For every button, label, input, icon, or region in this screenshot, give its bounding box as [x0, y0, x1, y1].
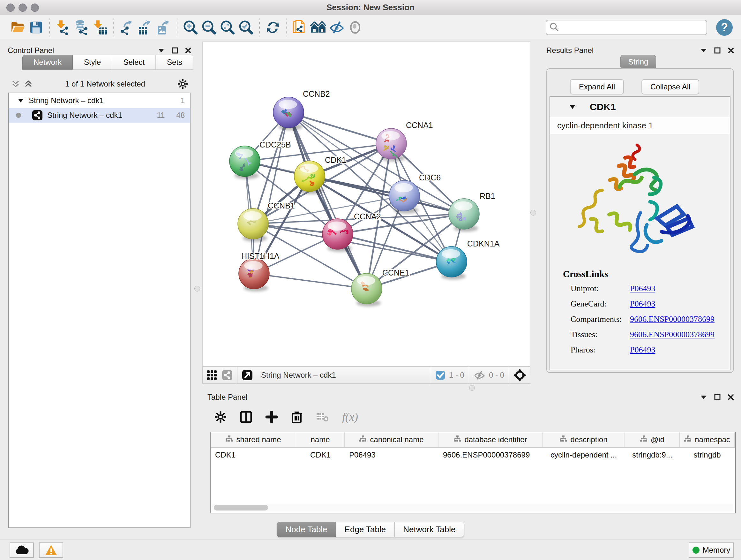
- expand-all-icon[interactable]: [24, 80, 32, 88]
- network-edge[interactable]: [288, 112, 391, 144]
- scrollbar-thumb[interactable]: [214, 505, 268, 510]
- left-splitter-handle[interactable]: [194, 286, 200, 292]
- table-cell[interactable]: cyclin-dependent ...: [542, 448, 625, 462]
- zoom-in-button[interactable]: [181, 18, 200, 37]
- export-network-button[interactable]: [118, 18, 136, 37]
- tab-network-table[interactable]: Network Table: [394, 522, 464, 537]
- cloud-button[interactable]: [10, 543, 34, 558]
- zoom-out-icon: [201, 20, 217, 35]
- panel-close-icon[interactable]: [728, 47, 734, 54]
- node-label-CCNA2: CCNA2: [354, 212, 381, 221]
- gene-card-header[interactable]: CDK1: [550, 97, 730, 117]
- tab-node-table[interactable]: Node Table: [277, 522, 336, 537]
- column-header-@id[interactable]: @id: [625, 432, 680, 447]
- refresh-view-button[interactable]: [264, 18, 282, 37]
- fit-selected-icon[interactable]: [514, 369, 526, 381]
- panel-menu-icon[interactable]: [158, 48, 165, 53]
- table-cell[interactable]: CDK1: [211, 448, 296, 462]
- crosslink-link[interactable]: P06493: [630, 299, 655, 309]
- table-cell[interactable]: CDK1: [296, 448, 345, 462]
- tree-expander-icon[interactable]: [18, 99, 23, 103]
- collection-count: 1: [181, 96, 185, 105]
- column-header-database-identifier[interactable]: database identifier: [439, 432, 542, 447]
- network-edge[interactable]: [254, 112, 288, 273]
- zoom-out-button[interactable]: [200, 18, 218, 37]
- warnings-button[interactable]: [39, 543, 63, 558]
- table-row[interactable]: CDK1CDK1P064939606.ENSP00000378699cyclin…: [211, 448, 735, 462]
- crosslink-link[interactable]: 9606.ENSP00000378699: [630, 330, 715, 339]
- column-header-canonical-name[interactable]: canonical name: [345, 432, 439, 447]
- network-edge[interactable]: [254, 273, 367, 289]
- network-edge[interactable]: [288, 112, 367, 289]
- save-session-button[interactable]: [27, 18, 45, 37]
- help-button[interactable]: ?: [716, 19, 733, 36]
- table-cell[interactable]: 9606.ENSP00000378699: [439, 448, 542, 462]
- panel-menu-icon[interactable]: [700, 395, 707, 399]
- tab-select[interactable]: Select: [112, 55, 156, 70]
- column-header-namespac[interactable]: namespac: [680, 432, 735, 447]
- export-table-button[interactable]: [136, 18, 154, 37]
- export-image-button[interactable]: [154, 18, 173, 37]
- open-file-button[interactable]: [8, 18, 27, 37]
- collapse-all-button[interactable]: Collapse All: [642, 79, 699, 95]
- table-cell[interactable]: stringdb: [680, 448, 735, 462]
- grid-view-icon[interactable]: [206, 370, 217, 381]
- import-table-button[interactable]: [91, 18, 109, 37]
- tab-style[interactable]: Style: [73, 55, 112, 70]
- crosslink-link[interactable]: P06493: [630, 345, 655, 355]
- show-all-button[interactable]: [346, 18, 364, 37]
- column-label: namespac: [695, 435, 730, 444]
- crosslink-label: Tissues:: [570, 330, 630, 339]
- tab-sets[interactable]: Sets: [156, 55, 193, 70]
- detach-view-icon[interactable]: [242, 370, 253, 381]
- panel-float-icon[interactable]: [714, 47, 721, 54]
- panel-float-icon[interactable]: [714, 394, 721, 400]
- network-label: String Network – cdk1: [47, 111, 122, 120]
- function-builder-icon: f(x): [342, 410, 358, 424]
- hide-selected-button[interactable]: [327, 18, 346, 37]
- zoom-fit-button[interactable]: [218, 18, 237, 37]
- right-splitter-handle[interactable]: [530, 210, 536, 215]
- column-header-shared-name[interactable]: shared name: [211, 432, 296, 447]
- select-columns-icon[interactable]: [240, 411, 252, 423]
- table-cell[interactable]: stringdb:9...: [625, 448, 680, 462]
- table-settings-gear-icon[interactable]: [214, 411, 226, 423]
- gear-icon[interactable]: [178, 79, 188, 89]
- tab-string[interactable]: String: [620, 55, 656, 69]
- column-header-name[interactable]: name: [296, 432, 345, 447]
- network-collection-row[interactable]: String Network – cdk1 1: [9, 93, 190, 108]
- first-neighbors-button[interactable]: [290, 18, 309, 37]
- tab-network[interactable]: Network: [22, 55, 73, 70]
- network-edge[interactable]: [310, 176, 464, 214]
- network-canvas[interactable]: CCNB2CCNA1CDC25BCDK1CDC6RB1CCNB1CCNA2CDK…: [202, 42, 530, 367]
- gene-expander-icon[interactable]: [569, 105, 576, 109]
- bottom-splitter-handle[interactable]: [469, 385, 475, 391]
- search-input[interactable]: [546, 20, 707, 35]
- zoom-fit-icon: [220, 20, 235, 35]
- panel-close-icon[interactable]: [728, 394, 734, 400]
- delete-column-trash-icon[interactable]: [291, 411, 302, 423]
- tab-edge-table[interactable]: Edge Table: [336, 522, 395, 537]
- crosslink-row: Compartments:9606.ENSP00000378699: [570, 314, 730, 324]
- table-cell[interactable]: P06493: [345, 448, 439, 462]
- crosslink-link[interactable]: P06493: [630, 284, 655, 294]
- toolbar-separator: [509, 367, 509, 383]
- import-network-database-button[interactable]: [72, 18, 91, 37]
- network-graph[interactable]: CCNB2CCNA1CDC25BCDK1CDC6RB1CCNB1CCNA2CDK…: [203, 42, 530, 366]
- panel-float-icon[interactable]: [172, 47, 178, 54]
- import-network-file-button[interactable]: [54, 18, 72, 37]
- network-view-icon[interactable]: [222, 370, 232, 381]
- houses-button[interactable]: [309, 18, 327, 37]
- expand-all-button[interactable]: Expand All: [570, 79, 624, 95]
- memory-button[interactable]: Memory: [689, 543, 734, 558]
- selected-checkbox-icon[interactable]: [435, 370, 445, 380]
- collapse-all-icon[interactable]: [11, 80, 20, 88]
- panel-close-icon[interactable]: [185, 47, 192, 54]
- crosslink-link[interactable]: 9606.ENSP00000378699: [630, 314, 715, 324]
- column-header-description[interactable]: description: [542, 432, 625, 447]
- horizontal-scrollbar[interactable]: [212, 504, 733, 511]
- network-row-selected[interactable]: String Network – cdk1 11 48: [9, 108, 190, 123]
- panel-menu-icon[interactable]: [700, 48, 707, 53]
- add-column-icon[interactable]: [266, 411, 278, 423]
- zoom-selected-button[interactable]: [237, 18, 255, 37]
